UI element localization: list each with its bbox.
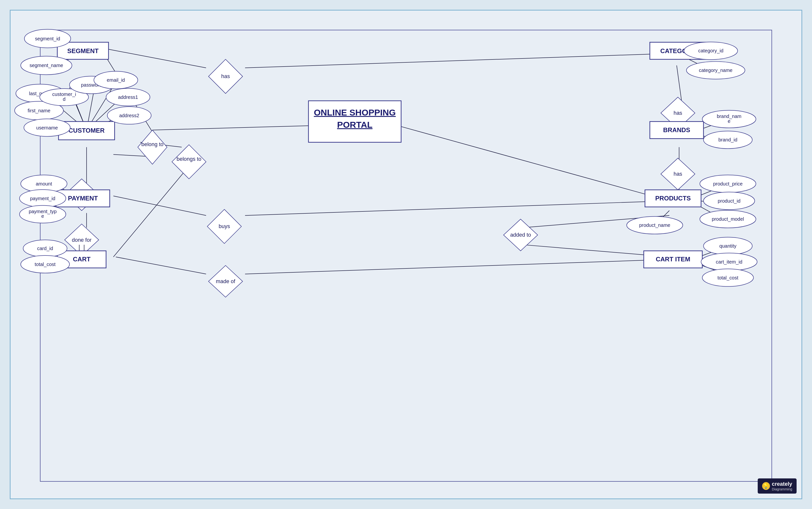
central-label2: PORTAL [337, 120, 372, 130]
svg-line-5 [152, 125, 328, 130]
svg-text:e: e [41, 213, 44, 219]
svg-text:quantity: quantity [719, 243, 736, 249]
svg-line-47 [245, 201, 669, 215]
brands-label: BRANDS [663, 127, 690, 133]
svg-text:address2: address2 [119, 113, 139, 118]
svg-text:amount: amount [36, 181, 52, 186]
svg-text:payment_id: payment_id [30, 196, 55, 201]
svg-text:product_name: product_name [639, 223, 670, 228]
central-label: ONLINE SHOPPING [314, 108, 396, 117]
svg-text:username: username [36, 125, 58, 130]
svg-line-26 [245, 260, 669, 274]
svg-text:product_id: product_id [718, 198, 741, 204]
svg-text:product_model: product_model [712, 216, 744, 222]
svg-text:e: e [728, 118, 730, 124]
svg-text:first_name: first_name [28, 108, 50, 113]
svg-text:address1: address1 [118, 95, 138, 100]
payment-label: PAYMENT [68, 195, 98, 202]
svg-text:segment_name: segment_name [30, 63, 63, 68]
svg-text:made of: made of [216, 278, 235, 284]
customer-label: CUSTOMER [69, 127, 105, 134]
svg-text:product_price: product_price [713, 181, 743, 187]
svg-line-31 [677, 65, 681, 101]
svg-text:buys: buys [219, 223, 230, 229]
svg-text:category_name: category_name [699, 68, 733, 73]
svg-text:has: has [673, 110, 682, 116]
svg-text:brand_id: brand_id [718, 137, 737, 143]
svg-text:total_cost: total_cost [717, 275, 738, 281]
svg-text:belongs to: belongs to [177, 156, 201, 162]
segment-label: SEGMENT [67, 47, 99, 54]
svg-text:done for: done for [72, 237, 91, 243]
svg-line-50 [396, 125, 669, 201]
svg-text:email_id: email_id [107, 77, 125, 83]
svg-text:d: d [63, 96, 66, 102]
svg-text:total_cost: total_cost [35, 262, 56, 267]
svg-text:added to: added to [510, 232, 531, 238]
creately-logo-icon: 💡 [762, 482, 770, 490]
svg-line-25 [116, 257, 206, 274]
svg-text:has: has [673, 171, 682, 177]
svg-line-46 [113, 196, 206, 215]
svg-line-29 [104, 48, 206, 68]
svg-text:has: has [221, 73, 230, 79]
svg-line-30 [245, 53, 677, 68]
products-label: PRODUCTS [655, 195, 691, 202]
svg-text:belong to: belong to [141, 141, 163, 147]
diagram-canvas: SEGMENT segment_id segment_name belong t… [10, 10, 802, 499]
creately-badge: 💡 creately Diagramming [758, 478, 797, 494]
svg-text:segment_id: segment_id [35, 36, 60, 42]
svg-text:card_id: card_id [37, 246, 53, 251]
cart-item-label: CART ITEM [656, 256, 690, 263]
creately-brand: creately Diagramming [772, 481, 792, 491]
svg-text:cart_item_id: cart_item_id [716, 259, 743, 265]
cart-label: CART [73, 256, 90, 263]
svg-text:category_id: category_id [698, 48, 724, 54]
